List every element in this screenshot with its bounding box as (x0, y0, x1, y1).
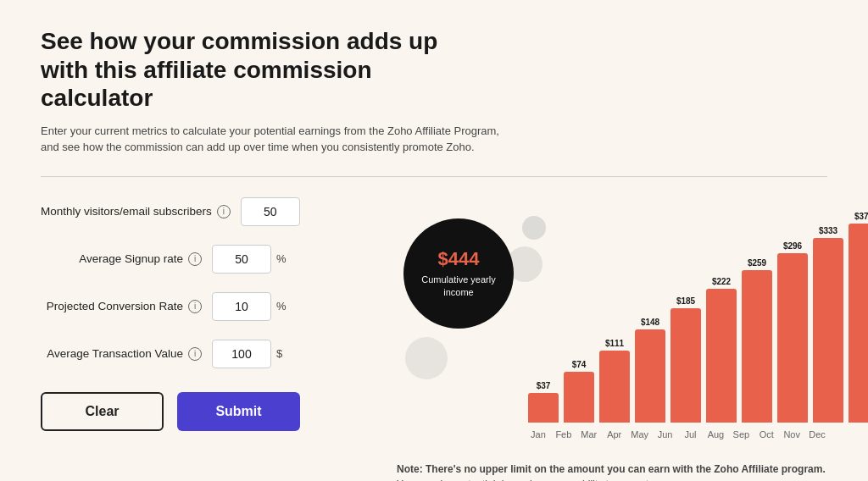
bar-item: $37 (528, 381, 559, 423)
section-divider (41, 176, 827, 177)
bar-rect (742, 270, 772, 423)
chart-panel: $444 Cumulative yearly income $37$74$111… (397, 197, 827, 481)
x-label: May (630, 429, 650, 440)
x-label: Jan (528, 429, 548, 440)
bar-rect (777, 253, 808, 423)
bars-wrapper: $37$74$111$148$185$222$259$296$333$370$4… (528, 191, 827, 423)
bar-rect (528, 393, 559, 423)
chart-bubble-main: $444 Cumulative yearly income (403, 218, 514, 329)
clear-button[interactable]: Clear (41, 392, 164, 431)
info-icon-visitors[interactable]: i (217, 205, 231, 218)
info-icon-signup[interactable]: i (188, 252, 202, 266)
info-icon-transaction[interactable]: i (188, 347, 202, 361)
x-label: Jun (655, 429, 676, 440)
bar-rect (564, 372, 594, 423)
bar-rect (849, 224, 868, 423)
chart-container: $444 Cumulative yearly income $37$74$111… (397, 197, 827, 451)
page-title: See how your commission adds up with thi… (41, 27, 481, 113)
label-monthly-visitors: Monthly visitors/email subscribers i (41, 204, 231, 219)
form-panel: Monthly visitors/email subscribers i Ave… (41, 197, 363, 431)
x-label: Oct (756, 429, 776, 440)
bubble-value: $444 (438, 248, 480, 270)
input-monthly-visitors[interactable] (241, 197, 300, 226)
bar-rect (670, 308, 701, 423)
unit-signup: % (276, 252, 287, 265)
info-icon-conversion[interactable]: i (188, 300, 202, 313)
input-wrap-signup: % (212, 245, 287, 274)
bar-item: $111 (599, 339, 630, 423)
bar-item: $222 (706, 277, 737, 423)
bar-value: $185 (676, 296, 695, 306)
input-wrap-conversion: % (212, 292, 287, 321)
label-signup-rate: Average Signup rate i (41, 252, 202, 267)
main-content: Monthly visitors/email subscribers i Ave… (41, 197, 827, 481)
input-wrap-visitors (241, 197, 300, 226)
bar-value: $370 (854, 212, 868, 221)
bubble-label: Cumulative yearly income (403, 274, 514, 298)
bar-value: $259 (748, 258, 766, 268)
x-label: Apr (604, 429, 625, 440)
x-label: Jul (681, 429, 701, 440)
header-description: Enter your current metrics to calculate … (41, 123, 515, 156)
bar-value: $74 (572, 360, 587, 369)
bar-value: $37 (537, 381, 551, 390)
bar-item: $370 (849, 212, 868, 423)
x-label: Feb (554, 429, 574, 440)
bar-value: $148 (641, 318, 659, 327)
input-wrap-transaction: $ (212, 340, 282, 368)
bar-value: $333 (819, 226, 837, 235)
form-row-signup: Average Signup rate i % (41, 245, 363, 274)
bar-value: $296 (783, 241, 802, 251)
input-conversion-rate[interactable] (212, 292, 271, 321)
form-row-conversion: Projected Conversion Rate i % (41, 292, 363, 321)
bar-item: $148 (635, 318, 665, 423)
bar-rect (599, 351, 630, 423)
input-avg-transaction[interactable] (212, 340, 271, 368)
unit-transaction: $ (276, 347, 282, 360)
form-row-visitors: Monthly visitors/email subscribers i (41, 197, 363, 226)
x-label: Mar (579, 429, 599, 440)
x-label: Aug (705, 429, 726, 440)
bar-value: $222 (712, 277, 731, 286)
x-label: Nov (782, 429, 802, 440)
bar-rect (813, 238, 843, 423)
label-conversion-rate: Projected Conversion Rate i (41, 299, 202, 314)
chart-note: Note: There's no upper limit on the amou… (397, 462, 827, 481)
bar-item: $296 (777, 241, 808, 423)
note-bold: Note: There's no upper limit on the amou… (397, 463, 826, 475)
bubble-small-3 (405, 337, 448, 379)
input-signup-rate[interactable] (212, 245, 271, 274)
submit-button[interactable]: Submit (177, 392, 300, 431)
bar-value: $111 (605, 339, 624, 348)
bar-rect (706, 289, 737, 423)
unit-conversion: % (276, 300, 287, 312)
button-row: Clear Submit (41, 392, 363, 431)
bar-item: $259 (742, 258, 772, 423)
x-label: Sep (731, 429, 751, 440)
form-row-transaction: Average Transaction Value i $ (41, 340, 363, 368)
bar-item: $185 (670, 296, 701, 423)
bar-rect (635, 329, 665, 423)
label-avg-transaction: Average Transaction Value i (41, 346, 202, 362)
x-axis: JanFebMarAprMayJunJulAugSepOctNovDec (528, 429, 827, 440)
bar-item: $74 (564, 360, 594, 423)
x-label: Dec (807, 429, 827, 440)
bar-item: $333 (813, 226, 843, 423)
